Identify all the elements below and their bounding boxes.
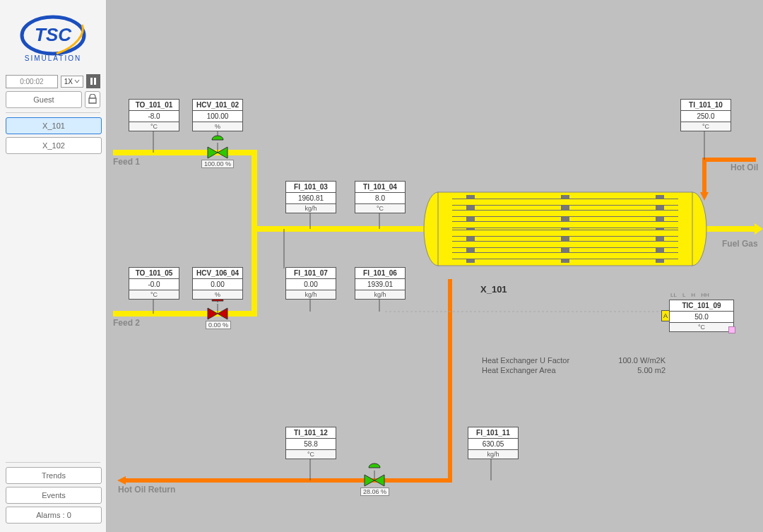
valve2-pct: 0.00 % [206,321,231,329]
chevron-down-icon [74,78,80,84]
svg-rect-24 [438,192,692,266]
label-hx-name: X_101 [480,284,507,295]
tic-pink-flag [728,326,735,333]
instr-to-101-01[interactable]: TO_101_01-8.0°C [129,99,179,131]
label-feed1: Feed 1 [113,157,140,167]
label-hot-oil-return: Hot Oil Return [118,485,175,495]
page-nav-x102[interactable]: X_102 [6,137,102,154]
page-nav-x101[interactable]: X_101 [6,117,102,134]
svg-text:SIMULATION: SIMULATION [25,54,81,62]
lock-button[interactable] [85,91,100,108]
svg-marker-6 [117,476,126,485]
alarms-button[interactable]: Alarms : 0 [6,507,102,524]
instr-ti-101-12[interactable]: TI_101_1258.8°C [285,427,336,459]
valve3-pct: 28.06 % [360,487,389,496]
label-feed2: Feed 2 [113,318,140,328]
instr-hcv-106-04[interactable]: HCV_106_040.00% [192,267,243,300]
instr-fi-101-07[interactable]: FI_101_070.00kg/h [285,267,336,300]
svg-point-22 [424,192,452,266]
svg-marker-4 [755,223,763,235]
label-hot-oil: Hot Oil [731,162,758,172]
svg-text:TSC: TSC [35,24,72,45]
tic-auto-flag: A [661,310,670,321]
process-diagram [106,0,763,532]
instr-to-101-05[interactable]: TO_101_05-0.0°C [129,267,179,300]
svg-rect-26 [561,195,569,263]
hx-info: Heat Exchanger U Factor100.0 W/m2K Heat … [482,355,666,375]
valve1-pct: 100.00 % [201,160,234,168]
speed-select[interactable]: 1X [61,76,83,88]
instr-fi-101-11[interactable]: FI_101_11630.05kg/h [468,427,519,459]
sim-time: 0:00:02 [6,75,58,88]
svg-rect-27 [656,195,664,263]
events-button[interactable]: Events [6,487,102,504]
label-fuel-gas: Fuel Gas [722,239,758,249]
instr-ti-101-10[interactable]: TI_101_10250.0°C [680,99,731,131]
trends-button[interactable]: Trends [6,467,102,484]
instr-fi-101-06[interactable]: FI_101_061939.01kg/h [355,267,406,300]
tic-alarm-labels: LLLHHH [670,292,709,298]
pause-button[interactable] [86,74,100,88]
logo-tsc: TSC SIMULATION [11,7,95,67]
instr-tic-101-09[interactable]: A TIC_101_09 50.0 °C [669,300,734,332]
sidebar: TSC SIMULATION 0:00:02 1X Guest X_101 X_… [0,0,107,532]
lock-icon [88,94,97,104]
user-button[interactable]: Guest [6,91,82,108]
instr-fi-101-03[interactable]: FI_101_031960.81kg/h [285,181,336,213]
svg-rect-25 [466,195,475,263]
instr-hcv-101-02[interactable]: HCV_101_02100.00% [192,99,243,131]
svg-point-23 [678,192,706,266]
svg-marker-5 [700,192,709,201]
instr-ti-101-04[interactable]: TI_101_048.0°C [355,181,406,213]
